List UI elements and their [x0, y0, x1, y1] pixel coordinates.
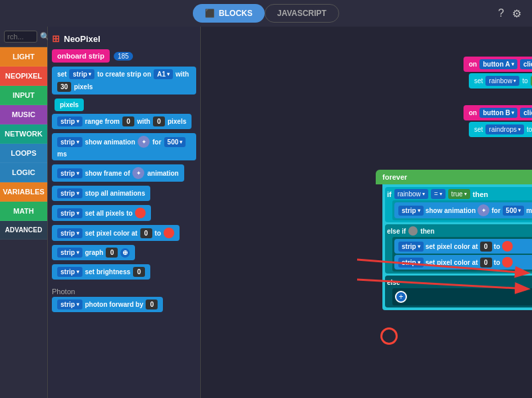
anim-icon: ✦ — [138, 136, 150, 148]
block-set-all-pixels: strip set all pixels to — [52, 205, 196, 221]
btn-b-dropdown[interactable]: button B — [479, 108, 517, 118]
set-rainbow-block[interactable]: set rainbow to true — [469, 73, 532, 89]
sidebar-item-math[interactable]: MATH — [0, 202, 47, 221]
ms-val[interactable]: 500 — [164, 137, 186, 147]
else-if-body: strip set pixel color at 0 to strip set … — [392, 237, 532, 272]
show-anim-block[interactable]: strip show animation ✦ for 500 ms — [52, 133, 196, 160]
sidebar-item-loops[interactable]: LOOPS — [0, 144, 47, 163]
range-block[interactable]: strip range from 0 with 0 pixels — [52, 114, 192, 129]
strip-dd2[interactable]: strip — [57, 116, 82, 126]
if-eq-dd[interactable]: = — [431, 189, 446, 199]
strip-dd6[interactable]: strip — [57, 208, 82, 218]
set-pixel-2[interactable]: strip set pixel color at 0 to — [394, 255, 532, 270]
btn-a-group: on button A click set rainbow to true — [464, 57, 532, 89]
strip-dd3[interactable]: strip — [57, 137, 82, 147]
strip-dd4[interactable]: strip — [57, 168, 82, 178]
range-from[interactable]: 0 — [122, 116, 134, 126]
block-photon-forward: strip photon forward by 0 — [52, 297, 196, 312]
color-dot1[interactable] — [135, 208, 146, 218]
forever-body: if rainbow = true then strip show animat… — [382, 184, 532, 310]
anim-icon2: ✦ — [132, 167, 144, 179]
btn-b-event-block[interactable]: on button B click — [464, 105, 532, 120]
else-block: else − + — [385, 276, 532, 307]
sidebar: 🔍 LIGHT NEOPIXEL INPUT MUSIC NETWORK LOO… — [0, 27, 48, 398]
else-body: + — [392, 288, 532, 305]
search-input[interactable] — [4, 31, 37, 43]
if-true-dd[interactable]: true — [448, 189, 470, 199]
rainbow-dd[interactable]: rainbow — [485, 76, 519, 86]
onboard-strip-block[interactable]: onboard strip — [52, 49, 110, 63]
btn-a-dropdown[interactable]: button A — [479, 59, 517, 69]
sidebar-item-network[interactable]: NETWORK — [0, 124, 47, 144]
brightness-val[interactable]: 0 — [133, 267, 145, 277]
ei-idx2[interactable]: 0 — [480, 258, 492, 268]
tab-blocks[interactable]: ⬛ BLOCKS — [193, 4, 265, 23]
set-pixel-color-block[interactable]: strip set pixel color at 0 to — [52, 225, 180, 241]
set-pixel-1[interactable]: strip set pixel color at 0 to — [394, 239, 532, 254]
help-icon[interactable]: ? — [498, 7, 504, 19]
ei-color1[interactable] — [502, 241, 513, 252]
pixel-idx[interactable]: 0 — [140, 228, 152, 238]
main-area: 🔍 LIGHT NEOPIXEL INPUT MUSIC NETWORK LOO… — [0, 27, 532, 398]
set-all-pixels-block[interactable]: strip set all pixels to — [52, 205, 151, 221]
else-if-header: else if then − — [387, 226, 532, 236]
set-raindrops-block[interactable]: set raindrops to true — [469, 122, 532, 137]
photon-val[interactable]: 0 — [146, 299, 158, 309]
brightness-block[interactable]: strip set brightness 0 — [52, 264, 150, 280]
block-set-strip: set strip to create strip on A1 with 30 … — [52, 67, 196, 95]
sidebar-item-neopixel[interactable]: NEOPIXEL — [0, 67, 47, 86]
btn-a-event-block[interactable]: on button A click — [464, 57, 532, 72]
range-with[interactable]: 0 — [153, 116, 165, 126]
pixels-label: pixels — [55, 99, 196, 111]
else-plus-btn[interactable]: + — [395, 291, 407, 303]
strip-dd9[interactable]: strip — [57, 267, 82, 277]
forever-container: forever if rainbow = true then strip sho — [376, 170, 532, 310]
pixel-val[interactable]: 30 — [57, 82, 71, 92]
color-dot2[interactable] — [164, 228, 174, 238]
photon-forward-block[interactable]: strip photon forward by 0 — [52, 297, 163, 312]
sidebar-item-advanced[interactable]: ADVANCED — [0, 221, 47, 240]
top-bar: ⬛ BLOCKS JAVASCRIPT ? ⚙ — [0, 0, 532, 27]
sidebar-item-input[interactable]: INPUT — [0, 86, 47, 105]
strip-dd7[interactable]: strip — [57, 228, 82, 238]
stop-anim-block[interactable]: strip stop all animations — [52, 186, 150, 201]
tab-blocks-label: BLOCKS — [219, 9, 253, 18]
sidebar-item-variables[interactable]: VARIABLES — [0, 182, 47, 202]
if-header: if rainbow = true then — [387, 189, 532, 199]
tab-javascript[interactable]: JAVASCRIPT — [265, 4, 339, 23]
strip-dd8[interactable]: strip — [57, 248, 82, 258]
else-header: else − — [387, 278, 532, 287]
graph-plus[interactable]: ⊕ — [120, 248, 130, 258]
sidebar-item-logic[interactable]: LOGIC — [0, 163, 47, 182]
panel-title: ⊞ NeoPixel — [52, 31, 196, 49]
strip-dd10[interactable]: strip — [57, 299, 82, 309]
if-rainbow-dd[interactable]: rainbow — [394, 189, 428, 199]
btn-a-click[interactable]: click — [520, 59, 532, 69]
btn-b-group: on button B click set raindrops to true — [464, 105, 532, 137]
if-ms-dd[interactable]: 500 — [503, 206, 525, 216]
if-anim-icon: ✦ — [477, 204, 489, 216]
blocks-icon: ⬛ — [205, 9, 215, 18]
raindrops-dd[interactable]: raindrops — [485, 124, 524, 134]
btn-b-click[interactable]: click — [520, 108, 532, 118]
ei-strip-dd2[interactable]: strip — [398, 258, 424, 268]
show-frame-block[interactable]: strip show frame of ✦ animation — [52, 164, 184, 182]
sidebar-item-light[interactable]: LIGHT — [0, 47, 47, 67]
tab-group: ⬛ BLOCKS JAVASCRIPT — [193, 4, 339, 23]
graph-val[interactable]: 0 — [106, 248, 118, 258]
graph-block[interactable]: strip graph 0 ⊕ — [52, 245, 135, 260]
pin-dropdown[interactable]: A1 — [154, 69, 173, 79]
settings-icon[interactable]: ⚙ — [512, 7, 521, 20]
show-anim-in-if[interactable]: strip show animation ✦ for 500 ms — [394, 202, 532, 218]
ei-idx1[interactable]: 0 — [480, 242, 492, 252]
set-strip-block[interactable]: set strip to create strip on A1 with 30 … — [52, 67, 196, 95]
blocks-panel: ⊞ NeoPixel onboard strip 185 set strip t… — [48, 27, 201, 398]
sidebar-item-music[interactable]: MUSIC — [0, 105, 47, 124]
ei-color2[interactable] — [502, 257, 513, 268]
strip-dropdown[interactable]: strip — [69, 69, 94, 79]
forever-header: forever — [376, 170, 532, 184]
if-strip-dd[interactable]: strip — [398, 206, 424, 216]
photon-section-label: Photon — [52, 284, 196, 297]
ei-strip-dd1[interactable]: strip — [398, 242, 424, 252]
strip-dd5[interactable]: strip — [57, 188, 82, 198]
